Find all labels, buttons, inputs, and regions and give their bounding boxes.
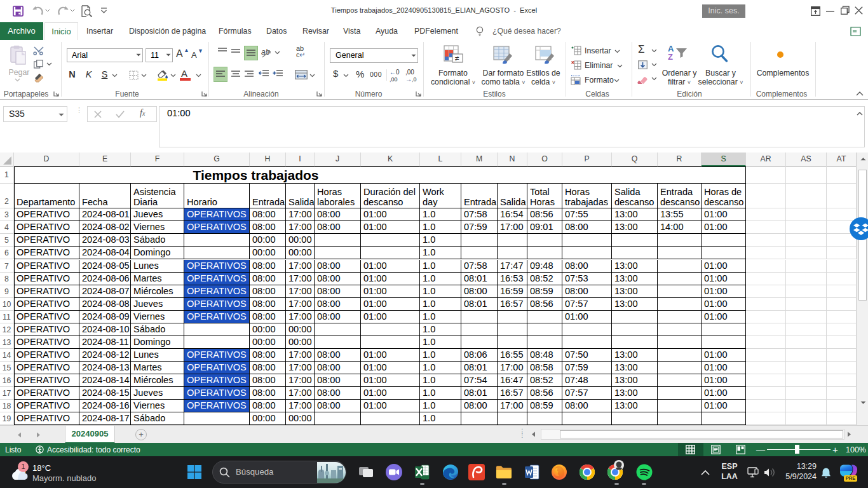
svg-text:≠: ≠ xyxy=(455,54,459,63)
